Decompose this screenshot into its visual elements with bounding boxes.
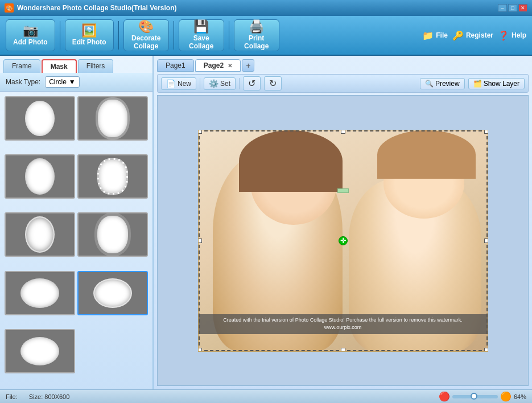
- decorate-collage-button[interactable]: 🎨 DecorateCollage: [123, 19, 169, 51]
- save-icon: 💾: [193, 20, 209, 33]
- tab-page1[interactable]: Page1: [157, 59, 194, 72]
- undo-icon: ↺: [248, 78, 255, 89]
- show-layer-label: Show Layer: [484, 80, 519, 88]
- toolbar-separator-4: [229, 21, 229, 50]
- mask-oval-4: [97, 158, 128, 195]
- help-icon: ❓: [498, 30, 509, 41]
- mask-item-8[interactable]: [77, 271, 148, 315]
- mask-item-7[interactable]: [5, 271, 75, 315]
- show-layer-icon: 🗂️: [473, 80, 482, 88]
- app-title: Wondershare Photo Collage Studio(Trial V…: [17, 4, 176, 12]
- right-panel: Page1 Page2 ✕ + 📄 New ⚙️ Set ↺ ↻: [154, 56, 532, 389]
- new-label: New: [178, 80, 191, 88]
- hair-left: [239, 130, 343, 192]
- status-bar: File: Size: 800X600 🔴 🟠 64%: [0, 389, 532, 403]
- mask-type-select[interactable]: Circle ▼: [45, 76, 80, 88]
- chevron-down-icon: ▼: [69, 78, 76, 86]
- page2-label: Page2: [204, 61, 224, 69]
- new-icon: 📄: [166, 79, 176, 88]
- register-icon: 🔑: [452, 30, 464, 41]
- tab-filters[interactable]: Filters: [78, 59, 114, 73]
- edit-photo-button[interactable]: 🖼️ Edit Photo: [65, 19, 114, 51]
- preview-label: Preview: [435, 80, 460, 88]
- mask-oval-6: [97, 216, 128, 253]
- size-label: Size: 800X600: [29, 393, 70, 400]
- watermark: Created with the trial version of Photo …: [199, 314, 488, 334]
- zoom-slider[interactable]: [452, 395, 498, 398]
- mask-item-5[interactable]: [5, 212, 75, 257]
- print-icon: 🖨️: [249, 20, 264, 33]
- page-tabs-row: Page1 Page2 ✕ +: [157, 59, 529, 72]
- redo-button[interactable]: ↻: [264, 76, 282, 91]
- maximize-button[interactable]: □: [508, 4, 517, 12]
- mask-grid: [0, 92, 152, 389]
- mask-type-value: Circle: [49, 78, 67, 86]
- mask-item-9[interactable]: [5, 329, 75, 373]
- help-button[interactable]: ❓ Help: [498, 30, 526, 41]
- close-button[interactable]: ✕: [518, 4, 527, 12]
- add-photo-button[interactable]: 📷 Add Photo: [6, 19, 55, 51]
- mask-type-row: Mask Type: Circle ▼: [0, 73, 152, 92]
- tab-page2[interactable]: Page2 ✕: [195, 59, 241, 72]
- edit-photo-label: Edit Photo: [72, 38, 106, 46]
- zoom-level: 64%: [514, 393, 526, 400]
- toolbar-separator-2: [118, 21, 119, 50]
- toolbar-separator-3: [174, 21, 174, 50]
- photo-canvas[interactable]: ✛ Created with the trial version of Phot…: [198, 130, 488, 352]
- help-label: Help: [512, 31, 526, 39]
- mask-oval-2: [98, 100, 127, 137]
- show-layer-button[interactable]: 🗂️ Show Layer: [468, 78, 525, 89]
- zoom-plus-button[interactable]: 🟠: [500, 392, 512, 401]
- toolbar-right: 📁 File 🔑 Register ❓ Help: [422, 30, 526, 41]
- file-label: File:: [6, 393, 18, 400]
- print-collage-button[interactable]: 🖨️ PrintCollage: [234, 19, 279, 51]
- preview-icon: 🔍: [425, 80, 434, 88]
- mask-item-4[interactable]: [77, 154, 148, 199]
- hair-right: [377, 130, 476, 179]
- redo-icon: ↻: [269, 78, 277, 89]
- zoom-thumb[interactable]: [471, 393, 477, 400]
- file-button[interactable]: 📁 File: [422, 30, 448, 41]
- main-layout: Frame Mask Filters Mask Type: Circle ▼: [0, 56, 532, 389]
- mask-oval-3: [25, 158, 55, 195]
- zoom-minus-button[interactable]: 🔴: [439, 392, 450, 401]
- canvas-area: ✛ Created with the trial version of Phot…: [157, 95, 529, 386]
- add-page-button[interactable]: +: [242, 59, 254, 72]
- file-label: File: [436, 31, 448, 39]
- title-bar: 🎨 Wondershare Photo Collage Studio(Trial…: [0, 0, 532, 16]
- zoom-control: 🔴 🟠 64%: [439, 392, 526, 401]
- mask-type-label: Mask Type:: [6, 78, 40, 86]
- minimize-button[interactable]: –: [498, 4, 507, 12]
- preview-button[interactable]: 🔍 Preview: [420, 78, 465, 89]
- mask-oval-1: [25, 101, 55, 136]
- save-collage-button[interactable]: 💾 SaveCollage: [179, 19, 224, 51]
- set-label: Set: [220, 80, 230, 88]
- watermark-line1: Created with the trial version of Photo …: [201, 316, 485, 324]
- edit-toolbar: 📄 New ⚙️ Set ↺ ↻ 🔍 Preview 🗂️ Show Layer: [157, 74, 529, 93]
- decorate-icon: 🎨: [138, 20, 154, 33]
- undo-button[interactable]: ↺: [243, 76, 261, 91]
- left-panel: Frame Mask Filters Mask Type: Circle ▼: [0, 56, 154, 389]
- register-button[interactable]: 🔑 Register: [452, 30, 493, 41]
- mask-oval-5: [25, 216, 55, 253]
- save-collage-label: SaveCollage: [189, 34, 213, 50]
- panel-tab-row: Frame Mask Filters: [0, 56, 152, 73]
- decorate-collage-label: DecorateCollage: [131, 34, 160, 50]
- page1-label: Page1: [166, 61, 185, 69]
- page2-close-icon[interactable]: ✕: [228, 63, 232, 69]
- new-button[interactable]: 📄 New: [161, 77, 196, 90]
- tab-frame[interactable]: Frame: [3, 59, 40, 73]
- tab-mask[interactable]: Mask: [42, 59, 77, 73]
- mask-oval-8: [93, 278, 132, 308]
- main-toolbar: 📷 Add Photo 🖼️ Edit Photo 🎨 DecorateColl…: [0, 16, 532, 56]
- set-button[interactable]: ⚙️ Set: [204, 77, 236, 90]
- file-icon: 📁: [422, 30, 434, 41]
- title-controls: – □ ✕: [498, 4, 527, 12]
- mask-oval-9: [20, 337, 59, 365]
- mask-item-2[interactable]: [77, 96, 148, 141]
- mask-item-1[interactable]: [5, 96, 75, 141]
- mask-item-3[interactable]: [5, 154, 75, 199]
- add-photo-label: Add Photo: [13, 38, 48, 46]
- add-photo-icon: 📷: [23, 24, 38, 37]
- mask-item-6[interactable]: [77, 212, 148, 257]
